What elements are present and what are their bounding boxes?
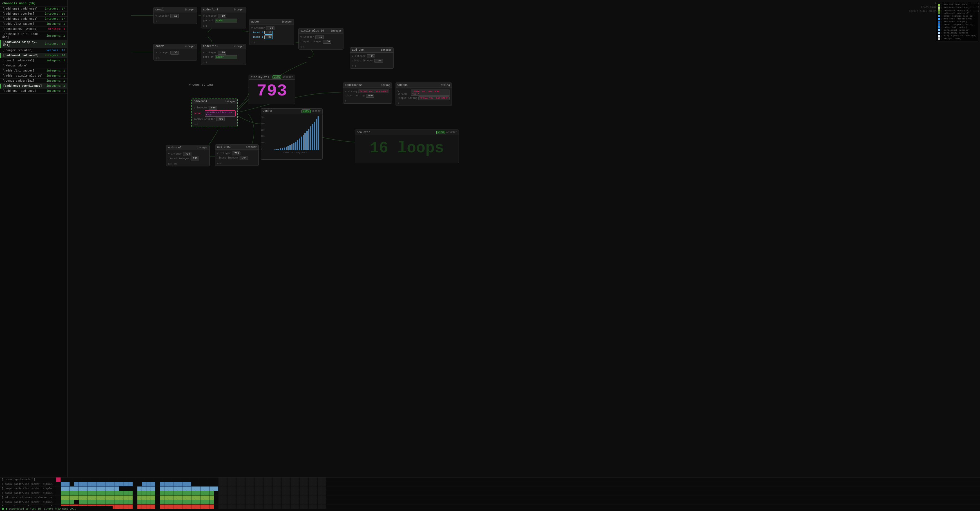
timeline-cell[interactable] xyxy=(218,487,223,491)
timeline-cell[interactable] xyxy=(264,495,268,500)
timeline-cell[interactable] xyxy=(155,487,160,491)
timeline-cell[interactable] xyxy=(110,478,115,482)
timeline-cell[interactable] xyxy=(255,478,259,482)
timeline-cell[interactable] xyxy=(164,495,169,500)
timeline-cell[interactable] xyxy=(178,500,183,504)
timeline-cell[interactable] xyxy=(214,487,218,491)
timeline-cell[interactable] xyxy=(282,500,286,504)
timeline-cell[interactable] xyxy=(155,482,160,486)
timeline-cell[interactable] xyxy=(61,478,65,482)
timeline-cell[interactable] xyxy=(286,487,291,491)
timeline-cell[interactable] xyxy=(137,500,142,504)
timeline-cell[interactable] xyxy=(214,482,218,486)
timeline-cell[interactable] xyxy=(146,495,151,500)
timeline-cell[interactable] xyxy=(119,482,124,486)
timeline-cell[interactable] xyxy=(65,491,70,495)
timeline-cell[interactable] xyxy=(88,500,92,504)
timeline-cell[interactable] xyxy=(88,487,92,491)
timeline-cell[interactable] xyxy=(232,505,237,509)
timeline-cell[interactable] xyxy=(178,491,183,495)
channel-item[interactable]: [:condicane2 :whoops]strings: 1 xyxy=(0,27,67,32)
timeline-cell[interactable] xyxy=(210,482,214,486)
timeline-cell[interactable] xyxy=(255,487,259,491)
timeline-cell[interactable] xyxy=(173,482,178,486)
timeline-cell[interactable] xyxy=(124,478,128,482)
timeline-cell[interactable] xyxy=(88,495,92,500)
timeline-cell[interactable] xyxy=(187,495,191,500)
timeline-cell[interactable] xyxy=(191,505,196,509)
timeline-cell[interactable] xyxy=(277,478,282,482)
timeline-cell[interactable] xyxy=(241,478,245,482)
timeline-cell[interactable] xyxy=(74,500,79,504)
timeline-cell[interactable] xyxy=(74,491,79,495)
timeline-cell[interactable] xyxy=(272,478,277,482)
timeline-cell[interactable] xyxy=(259,505,264,509)
timeline-cell[interactable] xyxy=(146,500,151,504)
timeline-cell[interactable] xyxy=(61,487,65,491)
timeline-cell[interactable] xyxy=(250,505,255,509)
node-comp1[interactable]: comp1 integer v integer 10 11 xyxy=(153,7,197,24)
timeline-cell[interactable] xyxy=(142,487,146,491)
timeline-cell[interactable] xyxy=(115,505,119,509)
timeline-cell[interactable] xyxy=(137,495,142,500)
channel-item[interactable]: [:adder/in1 :adder]integers: 1 xyxy=(0,68,67,73)
timeline-cell[interactable] xyxy=(142,500,146,504)
timeline-cell[interactable] xyxy=(218,495,223,500)
timeline-cell[interactable] xyxy=(268,495,272,500)
timeline-cell[interactable] xyxy=(155,478,160,482)
timeline-cell[interactable] xyxy=(250,491,255,495)
timeline-cell[interactable] xyxy=(142,491,146,495)
timeline-cell[interactable] xyxy=(101,478,106,482)
timeline-cell[interactable] xyxy=(191,478,196,482)
node-simple-plus-10[interactable]: simple-plus-10 integer v integer 40 :inp… xyxy=(298,28,344,49)
timeline-cell[interactable] xyxy=(169,491,173,495)
timeline-cell[interactable] xyxy=(200,487,205,491)
timeline-cell[interactable] xyxy=(241,482,245,486)
timeline-cell[interactable] xyxy=(101,491,106,495)
node-add-one4[interactable]: add-one4 integer v integer 840 :cond :co… xyxy=(191,99,238,127)
timeline-cell[interactable] xyxy=(173,478,178,482)
timeline-cell[interactable] xyxy=(92,478,97,482)
timeline-cell[interactable] xyxy=(237,487,241,491)
timeline-cell[interactable] xyxy=(282,505,286,509)
timeline-cell[interactable] xyxy=(214,491,218,495)
timeline-cell[interactable] xyxy=(223,482,228,486)
timeline-cell[interactable] xyxy=(115,491,119,495)
timeline-row[interactable]: [:comp1 :adder/in1 :adder :simple-plus..… xyxy=(0,491,980,495)
timeline-cell[interactable] xyxy=(272,505,277,509)
timeline-cell[interactable] xyxy=(155,495,160,500)
timeline-cell[interactable] xyxy=(286,482,291,486)
timeline-cell[interactable] xyxy=(169,487,173,491)
timeline-cell[interactable] xyxy=(142,495,146,500)
node-display-val[interactable]: display-val view integer 793 xyxy=(248,75,295,104)
timeline-cell[interactable] xyxy=(264,500,268,504)
channel-item[interactable]: [:add-one2 :add-one3]integers: 17 xyxy=(0,17,67,22)
timeline-cell[interactable] xyxy=(245,482,250,486)
timeline-cell[interactable] xyxy=(191,491,196,495)
timeline-cell[interactable] xyxy=(282,482,286,486)
timeline-cell[interactable] xyxy=(92,491,97,495)
timeline-cell[interactable] xyxy=(178,478,183,482)
timeline-cell[interactable] xyxy=(245,505,250,509)
timeline-cell[interactable] xyxy=(295,487,299,491)
timeline-cell[interactable] xyxy=(277,500,282,504)
timeline-cell[interactable] xyxy=(196,495,200,500)
timeline-cell[interactable] xyxy=(259,478,264,482)
timeline-cell[interactable] xyxy=(304,500,309,504)
timeline-cell[interactable] xyxy=(115,482,119,486)
timeline-cell[interactable] xyxy=(83,478,88,482)
timeline-cell[interactable] xyxy=(286,491,291,495)
timeline-cell[interactable] xyxy=(128,500,133,504)
timeline-cell[interactable] xyxy=(151,491,155,495)
timeline-cell[interactable] xyxy=(124,495,128,500)
timeline-cell[interactable] xyxy=(106,491,110,495)
timeline-cell[interactable] xyxy=(151,478,155,482)
timeline-cell[interactable] xyxy=(146,491,151,495)
timeline-cell[interactable] xyxy=(196,487,200,491)
timeline-cell[interactable] xyxy=(56,482,61,486)
timeline-cell[interactable] xyxy=(191,495,196,500)
timeline-cell[interactable] xyxy=(173,500,178,504)
timeline-cell[interactable] xyxy=(268,491,272,495)
timeline-cell[interactable] xyxy=(169,500,173,504)
timeline-cell[interactable] xyxy=(245,500,250,504)
